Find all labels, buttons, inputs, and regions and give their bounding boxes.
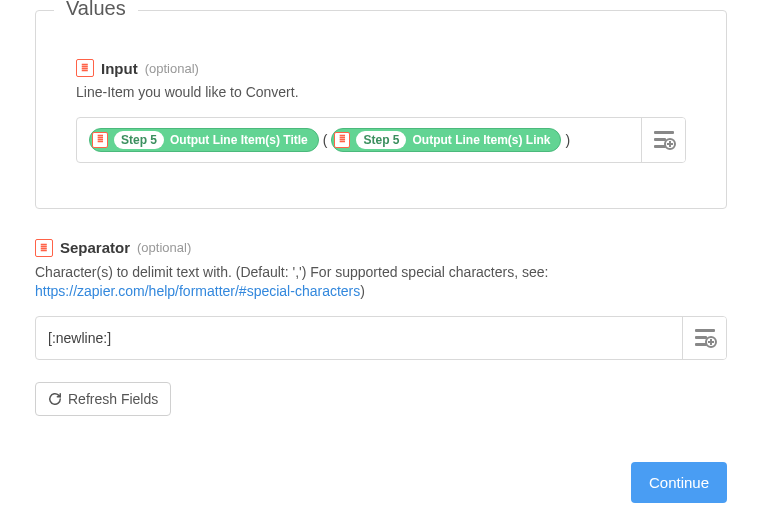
data-pill[interactable]: ≣ Step 5 Output Line Item(s) Link xyxy=(331,128,561,152)
insert-list-icon xyxy=(695,329,715,347)
help-prefix: Character(s) to delimit text with. (Defa… xyxy=(35,264,548,280)
step-icon: ≣ xyxy=(35,239,53,257)
pill-step-label: Step 5 xyxy=(356,131,406,149)
optional-label: (optional) xyxy=(137,240,191,255)
values-legend: Values xyxy=(54,0,138,20)
pill-step-label: Step 5 xyxy=(114,131,164,149)
paren-close: ) xyxy=(565,132,570,148)
input-label: Input xyxy=(101,60,138,77)
separator-input-box[interactable]: [:newline:] xyxy=(35,316,727,360)
pill-value-label: Output Line Item(s) Title xyxy=(170,133,308,147)
continue-button[interactable]: Continue xyxy=(631,462,727,503)
values-fieldset: Values ≣ Input (optional) Line-Item you … xyxy=(35,10,727,209)
step-icon: ≣ xyxy=(76,59,94,77)
step-icon: ≣ xyxy=(92,132,108,148)
separator-value[interactable]: [:newline:] xyxy=(36,317,682,359)
input-box[interactable]: ≣ Step 5 Output Line Item(s) Title ( ≣ S… xyxy=(76,117,686,163)
paren-open: ( xyxy=(323,132,328,148)
separator-field: ≣ Separator (optional) Character(s) to d… xyxy=(35,239,727,360)
refresh-label: Refresh Fields xyxy=(68,391,158,407)
pill-value-label: Output Line Item(s) Link xyxy=(412,133,550,147)
data-pill[interactable]: ≣ Step 5 Output Line Item(s) Title xyxy=(89,128,319,152)
insert-list-icon xyxy=(654,131,674,149)
input-field: ≣ Input (optional) Line-Item you would l… xyxy=(76,59,686,163)
input-help-text: Line-Item you would like to Convert. xyxy=(76,83,686,103)
insert-data-button[interactable] xyxy=(682,317,726,359)
help-suffix: ) xyxy=(360,283,365,299)
help-link[interactable]: https://zapier.com/help/formatter/#speci… xyxy=(35,283,360,299)
refresh-fields-button[interactable]: Refresh Fields xyxy=(35,382,171,416)
optional-label: (optional) xyxy=(145,61,199,76)
separator-help-text: Character(s) to delimit text with. (Defa… xyxy=(35,263,727,302)
step-icon: ≣ xyxy=(334,132,350,148)
refresh-icon xyxy=(48,392,62,406)
separator-label: Separator xyxy=(60,239,130,256)
insert-data-button[interactable] xyxy=(641,118,685,162)
input-content[interactable]: ≣ Step 5 Output Line Item(s) Title ( ≣ S… xyxy=(77,118,641,162)
